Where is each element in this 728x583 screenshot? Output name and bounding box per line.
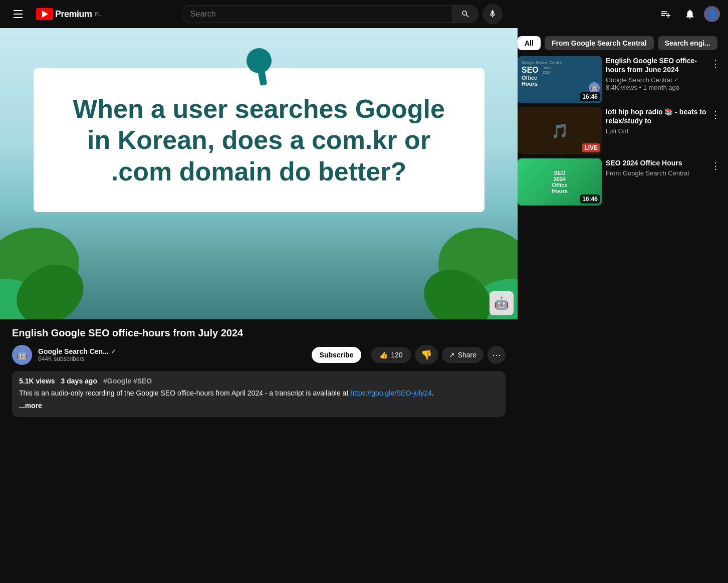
like-button[interactable]: 👍 120 <box>371 347 410 363</box>
hamburger-icon <box>10 6 27 22</box>
sidebar-more-button-lofi[interactable]: ⋮ <box>711 109 720 120</box>
thumb-avatar-badge: 🤖 <box>589 82 600 93</box>
dislike-icon: 👎 <box>421 350 432 360</box>
sidebar: All From Google Search Central Search en… <box>518 28 728 425</box>
search-area <box>182 4 503 24</box>
thumb-content: SEO Office Hours June 2024 <box>522 66 552 87</box>
yt-play-icon <box>42 11 48 18</box>
mic-icon <box>488 10 497 19</box>
header-left: Premium PL <box>8 4 101 24</box>
share-label: Share <box>458 351 476 359</box>
sidebar-channel-lofi: Lofi Girl <box>606 127 716 135</box>
create-button[interactable] <box>656 4 676 24</box>
main-layout: When a user searches Google in Korean, d… <box>0 28 728 425</box>
channel-info: Google Search Cen... ✓ 644K subscribers <box>38 347 306 362</box>
sidebar-video-seo2024[interactable]: SEO2024OfficeHours 16:46 SEO 2024 Office… <box>518 158 720 206</box>
sidebar-channel-seo2024: From Google Search Central <box>606 169 716 177</box>
search-icon <box>461 10 470 19</box>
video-meta: 5.1K views 3 days ago #Google #SEO <box>19 377 499 385</box>
verified-icon: ✓ <box>111 348 116 355</box>
thumb-seo: SEO <box>522 66 539 75</box>
dislike-button[interactable]: 👎 <box>415 345 438 364</box>
left-leaves-decoration <box>0 169 110 319</box>
channel-name: Google Search Cen... ✓ <box>38 347 306 355</box>
more-icon: ⋯ <box>492 349 501 360</box>
seo2024-thumb-title: SEO2024OfficeHours <box>552 170 568 194</box>
avatar-button[interactable]: 👤 <box>704 6 720 22</box>
description-more[interactable]: ...more <box>19 401 499 411</box>
notification-button[interactable] <box>680 4 700 24</box>
video-card-text: When a user searches Google in Korean, d… <box>64 93 454 187</box>
sidebar-video-lofi[interactable]: 🎵 LIVE lofi hip hop radio 📚 - beats to r… <box>518 107 720 154</box>
header-right: 👤 <box>656 4 720 24</box>
sidebar-channel-seo-june: Google Search Central ✓ <box>606 76 716 84</box>
subscribers-count: 644K subscribers <box>38 355 306 362</box>
like-icon: 👍 <box>379 351 388 359</box>
like-count: 120 <box>391 351 402 359</box>
sidebar-video-title-lofi: lofi hip hop radio 📚 - beats to relax/st… <box>606 107 716 125</box>
action-buttons: 👍 120 👎 ↗ Share ⋯ <box>371 345 506 364</box>
video-section: When a user searches Google in Korean, d… <box>0 28 518 425</box>
menu-button[interactable] <box>8 4 28 24</box>
sidebar-video-info-seo-june: English Google SEO office-hours from Jun… <box>606 56 720 103</box>
subscribe-button[interactable]: Subscribe <box>312 347 362 363</box>
description-text: This is an audio-only recording of the G… <box>19 388 499 411</box>
filter-tabs: All From Google Search Central Search en… <box>518 36 720 50</box>
filter-tab-all[interactable]: All <box>518 36 541 50</box>
search-ball <box>247 48 272 73</box>
header: Premium PL 👤 <box>0 0 728 28</box>
more-options-button[interactable]: ⋯ <box>488 346 506 364</box>
hashtags: #Google #SEO <box>103 377 152 385</box>
thumb-date-block: June 2024 <box>543 66 552 75</box>
upload-time: 3 days ago <box>61 377 97 385</box>
youtube-logo[interactable]: Premium PL <box>36 8 101 20</box>
description-box[interactable]: 5.1K views 3 days ago #Google #SEO This … <box>12 371 506 417</box>
thumb-channel-label: Google Search Central <box>522 60 562 65</box>
search-bar <box>182 5 478 23</box>
thumb-office: Office <box>522 75 539 81</box>
search-button[interactable] <box>452 6 478 23</box>
filter-tab-search[interactable]: Search engi... <box>658 36 717 50</box>
channel-avatar[interactable]: 🤖 <box>12 345 32 365</box>
below-video: English Google SEO office-hours from Jul… <box>0 319 518 425</box>
mic-button[interactable] <box>482 4 503 24</box>
create-icon <box>660 9 671 20</box>
search-input[interactable] <box>182 6 452 23</box>
channel-row: 🤖 Google Search Cen... ✓ 644K subscriber… <box>12 345 506 365</box>
sidebar-video-info-lofi: lofi hip hop radio 📚 - beats to relax/st… <box>606 107 720 154</box>
sidebar-thumbnail-seo2024: SEO2024OfficeHours 16:46 <box>518 158 602 206</box>
view-count: 5.1K views <box>19 377 55 385</box>
sidebar-video-title-seo-june: English Google SEO office-hours from Jun… <box>606 56 716 74</box>
thumb-hours: Hours <box>522 81 539 87</box>
thumb-year: 2024 <box>543 70 552 75</box>
sidebar-duration-seo2024: 16:46 <box>580 195 600 204</box>
yt-logo-red <box>36 8 53 20</box>
video-title: English Google SEO office-hours from Jul… <box>12 327 506 339</box>
sidebar-duration-lofi: LIVE <box>582 143 600 152</box>
share-icon: ↗ <box>449 351 455 359</box>
logo-text: Premium <box>55 9 92 20</box>
video-background: When a user searches Google in Korean, d… <box>0 28 518 319</box>
sidebar-video-title-seo2024: SEO 2024 Office Hours <box>606 158 716 167</box>
thumb-june: June <box>543 66 551 70</box>
sidebar-meta-seo-june: 8.4K views • 1 month ago <box>606 84 716 91</box>
sidebar-duration-seo-june: 16:46 <box>580 92 600 101</box>
logo-pl: PL <box>95 12 101 17</box>
sidebar-more-button-seo-june[interactable]: ⋮ <box>711 58 720 69</box>
search-stem <box>258 71 267 86</box>
sidebar-video-seo-june[interactable]: Google Search Central SEO Office Hours J… <box>518 56 720 103</box>
filter-tab-google[interactable]: From Google Search Central <box>545 36 654 50</box>
sidebar-more-button-seo2024[interactable]: ⋮ <box>711 160 720 171</box>
sidebar-verified-seo-june: ✓ <box>674 77 678 83</box>
sidebar-video-info-seo2024: SEO 2024 Office Hours From Google Search… <box>606 158 720 206</box>
sidebar-thumbnail-seo-june: Google Search Central SEO Office Hours J… <box>518 56 602 103</box>
video-search-decoration <box>247 48 272 85</box>
description-link[interactable]: https://goo.gle/SEO-july24 <box>350 389 432 397</box>
sidebar-thumbnail-lofi: 🎵 LIVE <box>518 107 602 154</box>
video-player[interactable]: When a user searches Google in Korean, d… <box>0 28 518 319</box>
thumb-title-block: SEO Office Hours <box>522 66 539 87</box>
assistant-icon: 🤖 <box>490 291 514 315</box>
share-button[interactable]: ↗ Share <box>442 347 483 363</box>
notification-icon <box>684 9 695 20</box>
